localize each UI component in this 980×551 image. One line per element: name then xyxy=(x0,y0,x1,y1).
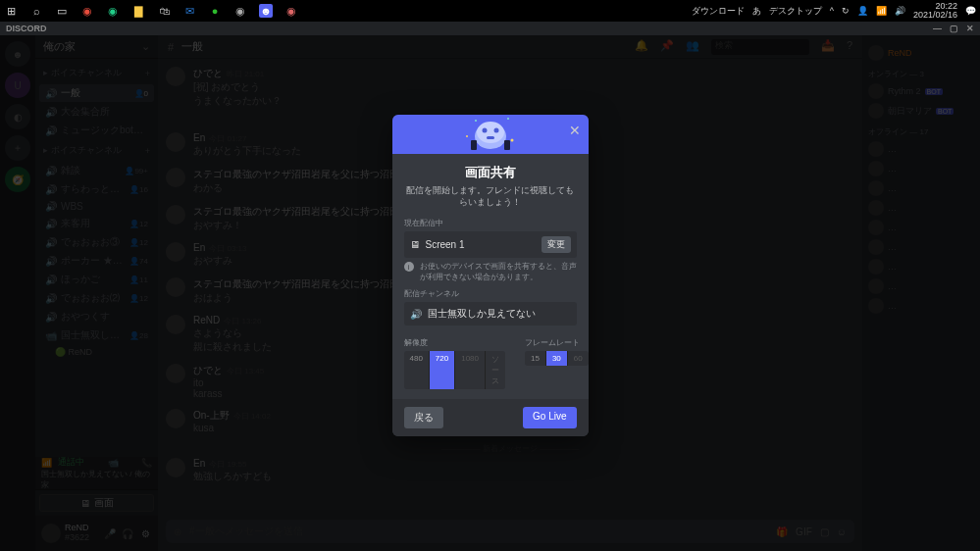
change-button[interactable]: 変更 xyxy=(542,236,571,253)
segment-option[interactable]: 30 xyxy=(546,351,568,366)
segment-option: 60 xyxy=(568,351,589,366)
svg-rect-4 xyxy=(487,136,494,139)
screen-selector: 🖥 Screen 1 変更 xyxy=(404,231,577,258)
screen-share-modal: ✕ 画面共有 配信を開始します。フレンドに視聴してもらいましょう！ 現在配信中 … xyxy=(392,115,589,436)
resolution-options: 4807201080ソース xyxy=(404,351,506,389)
volume-icon: 🔊 xyxy=(410,309,422,320)
monitor-icon: 🖥 xyxy=(410,239,420,250)
segment-option: ソース xyxy=(486,351,505,389)
svg-point-9 xyxy=(510,138,513,141)
channel-label: 配信チャンネル xyxy=(404,288,577,299)
segment-option: 1080 xyxy=(455,351,486,389)
go-live-button[interactable]: Go Live xyxy=(523,407,576,428)
modal-title: 画面共有 xyxy=(404,164,577,181)
fps-options: 153060 xyxy=(525,351,588,366)
back-button[interactable]: 戻る xyxy=(404,407,443,428)
close-icon[interactable]: ✕ xyxy=(569,123,581,138)
info-icon: i xyxy=(404,262,414,272)
modal-wrapper: ✕ 画面共有 配信を開始します。フレンドに視聴してもらいましょう！ 現在配信中 … xyxy=(0,0,980,551)
segment-option[interactable]: 720 xyxy=(430,351,455,389)
segment-option[interactable]: 480 xyxy=(404,351,430,389)
svg-rect-6 xyxy=(504,140,510,150)
hero-illustration xyxy=(461,115,520,154)
screen-name: Screen 1 xyxy=(426,239,465,250)
svg-point-1 xyxy=(477,122,504,143)
svg-point-3 xyxy=(493,127,498,132)
fps-label: フレームレート xyxy=(525,337,588,348)
svg-point-2 xyxy=(482,127,487,132)
resolution-label: 解像度 xyxy=(404,337,506,348)
svg-point-7 xyxy=(475,120,477,122)
svg-rect-5 xyxy=(471,140,477,150)
svg-point-10 xyxy=(466,135,468,137)
segment-option[interactable]: 15 xyxy=(525,351,546,366)
svg-point-8 xyxy=(507,118,509,120)
channel-selector[interactable]: 🔊 国士無双しか見えてない xyxy=(404,302,577,326)
audio-warning: i お使いのデバイスで画面を共有すると、音声が利用できない場合があります。 xyxy=(404,262,577,282)
streaming-label: 現在配信中 xyxy=(404,218,577,228)
modal-subtitle: 配信を開始します。フレンドに視聴してもらいましょう！ xyxy=(404,185,577,208)
modal-hero xyxy=(392,115,589,154)
